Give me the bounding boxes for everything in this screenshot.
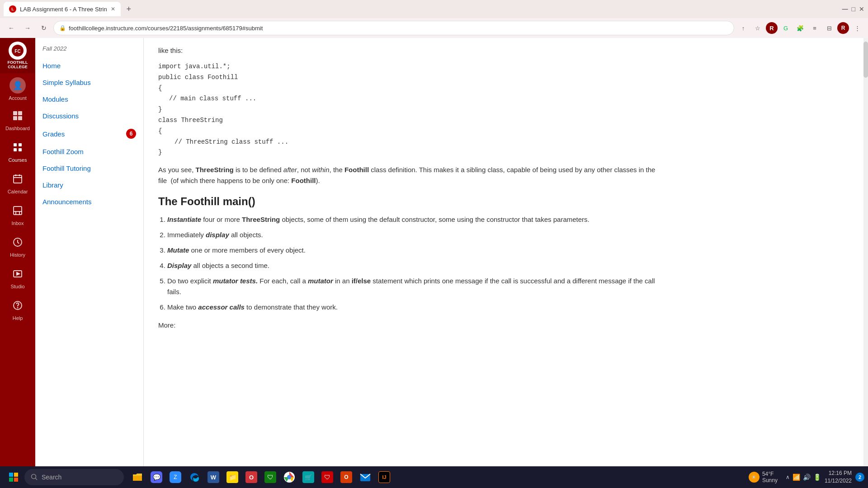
security-app[interactable]: 🛡 (261, 467, 279, 487)
sidebar-item-studio[interactable]: Studio (0, 263, 35, 295)
browser-nav-bar: ← → ↻ 🔒 foothillcollege.instructure.com/… (0, 18, 868, 38)
edge-app[interactable] (185, 467, 203, 487)
dashboard-icon (12, 110, 23, 124)
scrollbar[interactable] (863, 38, 868, 466)
svg-rect-3 (18, 111, 22, 115)
wifi-icon[interactable]: 📶 (793, 474, 800, 481)
nav-item-grades[interactable]: Grades 6 (35, 124, 143, 143)
scrollbar-thumb[interactable] (863, 42, 868, 78)
jetbrains-app[interactable]: IJ (375, 467, 393, 487)
code-line-2: public class Foothill (158, 72, 656, 83)
intro-text: like this: (158, 45, 656, 56)
simple-syllabus-link: Simple Syllabus (42, 79, 91, 86)
taskbar-right: ☀ 54°F Sunny ∧ 📶 🔊 🔋 12:16 PM 11/12/2022… (749, 469, 864, 485)
nav-item-simple-syllabus[interactable]: Simple Syllabus (35, 74, 143, 91)
start-button[interactable] (4, 467, 24, 487)
courses-label: Courses (9, 157, 27, 163)
office-app[interactable]: O (337, 467, 355, 487)
nav-item-discussions[interactable]: Discussions (35, 108, 143, 124)
section-heading: The Foothill main() (158, 195, 656, 208)
content-area[interactable]: like this: import java.util.*; public cl… (144, 38, 868, 466)
list-item-1: Instantiate four or more ThreeString obj… (167, 214, 656, 225)
maximize-button[interactable]: □ (852, 5, 855, 13)
inbox-icon (12, 205, 23, 219)
studio-label: Studio (10, 284, 24, 289)
nav-item-foothill-tutoring[interactable]: Foothill Tutoring (35, 160, 143, 177)
grades-badge: 6 (126, 129, 136, 139)
code-line-8: // ThreeString class stuff ... (158, 137, 656, 148)
list-item-6: Make two accessor calls to demonstrate t… (167, 302, 656, 313)
sidebar-item-inbox[interactable]: Inbox (0, 200, 35, 231)
tab-title: LAB Assignment 6 - A Three Strin (20, 6, 107, 13)
favorites-button[interactable]: ☆ (751, 22, 764, 34)
sidebar-toggle-button[interactable]: ≡ (808, 22, 821, 34)
puzzle-button[interactable]: 🧩 (794, 22, 807, 34)
nav-item-library[interactable]: Library (35, 177, 143, 193)
onedrive-app[interactable]: O (242, 467, 260, 487)
weather-widget[interactable]: ☀ 54°F Sunny (749, 471, 778, 483)
word-app[interactable]: W (204, 467, 222, 487)
split-screen-button[interactable]: ⊟ (823, 22, 835, 34)
reload-button[interactable]: ↻ (37, 21, 51, 35)
svg-rect-5 (18, 116, 22, 120)
antivirus-app[interactable]: 🛡 (318, 467, 336, 487)
svg-rect-24 (14, 478, 18, 482)
clock[interactable]: 12:16 PM 11/12/2022 (825, 469, 852, 485)
chevron-up-icon[interactable]: ∧ (786, 474, 790, 480)
file-manager-app[interactable]: 📁 (223, 467, 241, 487)
chrome-app[interactable] (280, 467, 298, 487)
foothill-zoom-link: Foothill Zoom (42, 148, 84, 155)
new-tab-button[interactable]: + (123, 3, 135, 15)
close-button[interactable]: ✕ (859, 5, 864, 13)
grammarly-button[interactable]: G (779, 22, 792, 34)
calendar-icon (12, 174, 23, 187)
battery-icon[interactable]: 🔋 (813, 474, 821, 481)
forward-button[interactable]: → (21, 21, 34, 35)
sidebar-item-account[interactable]: 👤 Account (0, 73, 35, 105)
sidebar-item-help[interactable]: Help (0, 295, 35, 326)
nav-item-modules[interactable]: Modules (35, 91, 143, 108)
code-line-4: // main class stuff ... (158, 94, 656, 104)
mail-app[interactable] (356, 467, 374, 487)
inbox-label: Inbox (12, 221, 24, 226)
taskbar: Search 💬 Z (0, 466, 868, 488)
date-display: 11/12/2022 (825, 477, 852, 485)
weather-info: 54°F Sunny (762, 471, 778, 483)
share-button[interactable]: ↑ (737, 22, 750, 34)
nav-item-announcements[interactable]: Announcements (35, 193, 143, 210)
svg-line-26 (35, 478, 37, 480)
system-tray-icons: ∧ 📶 🔊 🔋 (786, 474, 821, 481)
svg-rect-4 (13, 116, 17, 120)
volume-icon[interactable]: 🔊 (803, 474, 811, 481)
weather-temp: 54°F (762, 471, 778, 477)
foothill-logo-icon: FC (9, 42, 27, 60)
svg-rect-9 (19, 148, 22, 151)
notification-badge[interactable]: 2 (855, 473, 864, 482)
tab-close-button[interactable]: ✕ (111, 6, 115, 12)
sidebar-item-dashboard[interactable]: Dashboard (0, 105, 35, 136)
time-display: 12:16 PM (825, 469, 852, 477)
sidebar-item-history[interactable]: History (0, 231, 35, 263)
marketplace-app[interactable]: 🛒 (299, 467, 317, 487)
nav-item-foothill-zoom[interactable]: Foothill Zoom (35, 143, 143, 160)
svg-rect-2 (13, 111, 17, 115)
url-text: foothillcollege.instructure.com/courses/… (69, 25, 263, 32)
taskbar-search[interactable]: Search (24, 469, 124, 485)
zoom-app[interactable]: Z (166, 467, 184, 487)
extensions-r-button[interactable]: R (766, 22, 778, 34)
menu-button[interactable]: ⋮ (851, 22, 863, 34)
account-button[interactable]: R (837, 22, 849, 34)
main-layout: FC FOOTHILLCOLLEGE 👤 Account Dashboard (0, 38, 868, 466)
nav-item-home[interactable]: Home (35, 57, 143, 74)
sidebar-item-calendar[interactable]: Calendar (0, 168, 35, 200)
file-explorer-app[interactable] (128, 467, 146, 487)
marketplace-icon: 🛒 (302, 471, 314, 483)
sidebar-item-courses[interactable]: Courses (0, 136, 35, 168)
address-bar[interactable]: 🔒 foothillcollege.instructure.com/course… (53, 21, 734, 35)
minimize-button[interactable]: ─ (842, 5, 848, 14)
active-tab[interactable]: L LAB Assignment 6 - A Three Strin ✕ (4, 2, 121, 16)
back-button[interactable]: ← (5, 21, 18, 35)
explanation-text: As you see, ThreeString is to be defined… (158, 164, 656, 186)
discord-app[interactable]: 💬 (147, 467, 165, 487)
help-label: Help (13, 315, 23, 321)
